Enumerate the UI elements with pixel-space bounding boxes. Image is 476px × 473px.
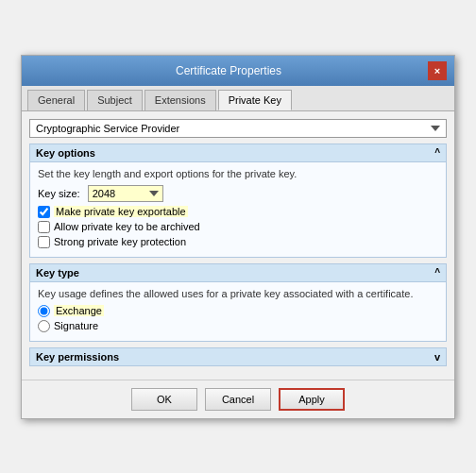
- apply-button[interactable]: Apply: [279, 388, 345, 411]
- checkbox-exportable[interactable]: [38, 206, 50, 218]
- key-type-header[interactable]: Key type ^: [30, 264, 446, 282]
- key-options-header[interactable]: Key options ^: [30, 144, 446, 162]
- tab-bar: General Subject Extensions Private Key: [22, 86, 454, 111]
- provider-dropdown-row: Cryptographic Service Provider: [29, 119, 447, 138]
- key-options-desc: Set the key length and export options fo…: [38, 168, 438, 179]
- key-type-chevron: ^: [434, 267, 440, 278]
- key-options-label: Key options: [36, 147, 95, 159]
- radio-signature-row: Signature: [38, 320, 438, 332]
- close-button[interactable]: ×: [428, 61, 447, 80]
- radio-exchange-row: Exchange: [38, 305, 438, 317]
- key-type-label: Key type: [36, 267, 79, 279]
- radio-exchange-label: Exchange: [54, 305, 104, 316]
- checkbox-exportable-row: Make private key exportable: [38, 206, 438, 218]
- checkbox-strong-row: Strong private key protection: [38, 236, 438, 248]
- tab-private-key[interactable]: Private Key: [218, 90, 292, 110]
- key-permissions-section: Key permissions v: [29, 347, 447, 366]
- radio-exchange[interactable]: [38, 305, 50, 317]
- key-type-desc: Key usage defines the allowed uses for a…: [38, 288, 438, 299]
- dialog-content: Cryptographic Service Provider Key optio…: [22, 111, 454, 380]
- key-options-chevron: ^: [434, 147, 440, 158]
- tab-extensions[interactable]: Extensions: [144, 90, 216, 110]
- key-size-dropdown[interactable]: 512102420484096: [88, 185, 163, 202]
- key-type-body: Key usage defines the allowed uses for a…: [30, 282, 446, 341]
- checkbox-strong-label: Strong private key protection: [54, 236, 186, 247]
- certificate-properties-dialog: Certificate Properties × General Subject…: [21, 55, 455, 419]
- key-permissions-chevron: v: [434, 351, 440, 363]
- radio-signature[interactable]: [38, 320, 50, 332]
- key-size-row: Key size: 512102420484096: [38, 185, 438, 202]
- key-options-section: Key options ^ Set the key length and exp…: [29, 144, 447, 258]
- radio-signature-label: Signature: [54, 320, 98, 331]
- key-type-section: Key type ^ Key usage defines the allowed…: [29, 263, 447, 342]
- checkbox-archive-label: Allow private key to be archived: [54, 221, 200, 232]
- key-permissions-label: Key permissions: [36, 351, 119, 363]
- checkbox-archive-row: Allow private key to be archived: [38, 221, 438, 233]
- checkbox-exportable-label: Make private key exportable: [54, 206, 188, 217]
- provider-dropdown[interactable]: Cryptographic Service Provider: [29, 119, 447, 138]
- ok-button[interactable]: OK: [131, 388, 197, 411]
- dialog-footer: OK Cancel Apply: [22, 380, 454, 418]
- key-size-label: Key size:: [38, 188, 80, 199]
- cancel-button[interactable]: Cancel: [205, 388, 271, 411]
- key-options-body: Set the key length and export options fo…: [30, 162, 446, 257]
- checkbox-archive[interactable]: [38, 221, 50, 233]
- title-bar: Certificate Properties ×: [22, 56, 454, 86]
- dialog-title: Certificate Properties: [29, 64, 428, 77]
- tab-general[interactable]: General: [27, 90, 85, 110]
- checkbox-strong[interactable]: [38, 236, 50, 248]
- key-permissions-header[interactable]: Key permissions v: [30, 348, 446, 365]
- tab-subject[interactable]: Subject: [87, 90, 143, 110]
